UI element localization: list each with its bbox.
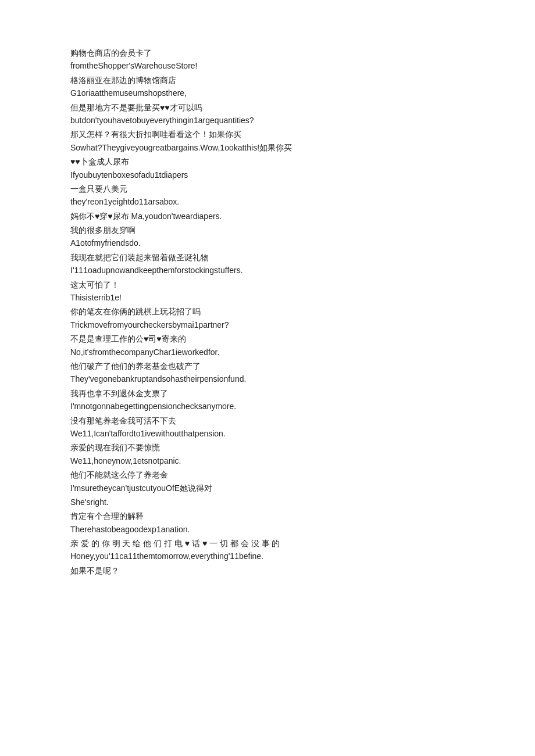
main-content: 购物仓商店的会员卡了fromtheShopper'sWarehouseStore…	[70, 46, 465, 577]
text-pair: 你的笔友在你俩的跳棋上玩花招了吗Trickmovefromyourchecker…	[70, 305, 465, 331]
english-line: Trickmovefromyourcheckersbymai1partner?	[70, 318, 465, 331]
text-pair: 如果不是呢？	[70, 564, 465, 577]
english-line: Honey,you'11ca11themtomorrow,everything'…	[70, 550, 465, 562]
text-pair: 他们不能就这么停了养老金I'msuretheycan'tjustcutyouOf…	[70, 468, 465, 495]
chinese-line: 购物仓商店的会员卡了	[70, 46, 465, 59]
chinese-line: 我现在就把它们装起来留着做圣诞礼物	[70, 251, 465, 264]
text-pair: 亲爱的现在我们不要惊慌We11,honeynow,1etsnotpanic.	[70, 441, 465, 467]
chinese-line: 他们不能就这么停了养老金	[70, 468, 465, 481]
english-line: I'111oadupnowandkeepthemforstockingstuff…	[70, 264, 465, 277]
chinese-line: 这太可怕了！	[70, 278, 465, 291]
english-line: We11,Ican'taffordto1ivewithoutthatpensio…	[70, 427, 465, 440]
chinese-line: 如果不是呢？	[70, 564, 465, 577]
text-pair: 他们破产了他们的养老基金也破产了They'vegonebankruptandso…	[70, 360, 465, 386]
chinese-line: 他们破产了他们的养老基金也破产了	[70, 360, 465, 372]
english-line: They'vegonebankruptandsohastheirpensionf…	[70, 372, 465, 385]
text-pair: She'sright.	[70, 496, 465, 508]
chinese-line: 肯定有个合理的解释	[70, 510, 465, 522]
chinese-line: 一盒只要八美元	[70, 182, 465, 195]
english-line: We11,honeynow,1etsnotpanic.	[70, 454, 465, 467]
english-line: Thisisterrib1e!	[70, 291, 465, 304]
chinese-line: 不是是查理工作的公♥司♥寄来的	[70, 332, 465, 345]
text-pair: 我再也拿不到退休金支票了I'mnotgonnabegettingpensionc…	[70, 387, 465, 413]
text-pair: 亲 爱 的 你 明 天 给 他 们 打 电 ♥ 话 ♥ 一 切 都 会 没 事 …	[70, 537, 465, 563]
text-pair: 但是那地方不是要批量买♥♥才可以吗butdon'tyouhavetobuyeve…	[70, 101, 465, 127]
chinese-line: 但是那地方不是要批量买♥♥才可以吗	[70, 101, 465, 114]
english-line: fromtheShopper'sWarehouseStore!	[70, 59, 465, 72]
chinese-line: 那又怎样？有很大折扣啊哇看看这个！如果你买	[70, 128, 465, 141]
text-pair: 格洛丽亚在那边的博物馆商店G1oriaatthemuseumshopsthere…	[70, 74, 465, 100]
text-pair: 我的很多朋友穿啊A1otofmyfriendsdo.	[70, 224, 465, 250]
chinese-line: 我的很多朋友穿啊	[70, 224, 465, 237]
english-line: A1otofmyfriendsdo.	[70, 237, 465, 249]
text-pair: 购物仓商店的会员卡了fromtheShopper'sWarehouseStore…	[70, 46, 465, 73]
chinese-line: 亲 爱 的 你 明 天 给 他 们 打 电 ♥ 话 ♥ 一 切 都 会 没 事 …	[70, 537, 465, 550]
english-line: Sowhat?Theygiveyougreatbargains.Wow,1ook…	[70, 141, 465, 154]
text-pair: 妈你不♥穿♥尿布 Ma,youdon'tweardiapers.	[70, 210, 465, 223]
chinese-line: 我再也拿不到退休金支票了	[70, 387, 465, 400]
chinese-line: 你的笔友在你俩的跳棋上玩花招了吗	[70, 305, 465, 318]
text-pair: ♥♥卜盒成人尿布Ifyoubuytenboxesofadu1tdiapers	[70, 155, 465, 181]
english-line: I'mnotgonnabegettingpensionchecksanymore…	[70, 400, 465, 413]
english-line: butdon'tyouhavetobuyeverythingin1argequa…	[70, 114, 465, 127]
english-line: Therehastobeagoodexp1anation.	[70, 523, 465, 536]
text-pair: 不是是查理工作的公♥司♥寄来的No,it'sfromthecompanyChar…	[70, 332, 465, 359]
chinese-line: 妈你不♥穿♥尿布 Ma,youdon'tweardiapers.	[70, 210, 465, 223]
text-pair: 那又怎样？有很大折扣啊哇看看这个！如果你买Sowhat?Theygiveyoug…	[70, 128, 465, 154]
chinese-line: 格洛丽亚在那边的博物馆商店	[70, 74, 465, 87]
chinese-line: 亲爱的现在我们不要惊慌	[70, 441, 465, 454]
text-pair: 一盒只要八美元they'reon1yeightdo11arsabox.	[70, 182, 465, 209]
english-line: Ifyoubuytenboxesofadu1tdiapers	[70, 169, 465, 181]
text-pair: 这太可怕了！Thisisterrib1e!	[70, 278, 465, 304]
english-line: they'reon1yeightdo11arsabox.	[70, 195, 465, 208]
text-pair: 我现在就把它们装起来留着做圣诞礼物I'111oadupnowandkeepthe…	[70, 251, 465, 277]
chinese-line: ♥♥卜盒成人尿布	[70, 155, 465, 168]
chinese-line: She'sright.	[70, 496, 465, 508]
chinese-line: 没有那笔养老金我可活不下去	[70, 414, 465, 427]
english-line: I'msuretheycan'tjustcutyouOfE她说得对	[70, 482, 465, 495]
text-pair: 肯定有个合理的解释Therehastobeagoodexp1anation.	[70, 510, 465, 536]
english-line: No,it'sfromthecompanyChar1ieworkedfor.	[70, 346, 465, 359]
text-pair: 没有那笔养老金我可活不下去We11,Ican'taffordto1ivewith…	[70, 414, 465, 440]
english-line: G1oriaatthemuseumshopsthere,	[70, 87, 465, 99]
